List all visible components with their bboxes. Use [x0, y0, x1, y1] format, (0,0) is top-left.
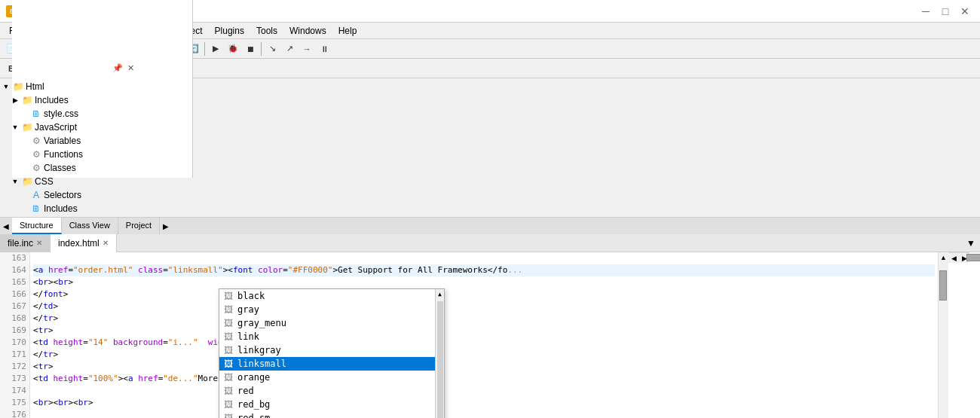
code-line: [33, 252, 935, 264]
autocomplete-inner: 🖼 black 🖼 gray 🖼 gray_menu: [219, 289, 444, 418]
tree-label: style.css: [44, 108, 78, 119]
code-line: </tr>: [33, 313, 935, 325]
code-line: </font>: [33, 288, 935, 301]
ac-item-red-bg[interactable]: 🖼 red_bg: [219, 398, 435, 411]
tree-toggle[interactable]: ▼: [11, 123, 20, 132]
ac-label: linksmall: [237, 358, 286, 370]
code-content[interactable]: <a href="order.html" class="linksmall"><…: [30, 252, 938, 418]
ac-item-orange[interactable]: 🖼 orange: [219, 371, 435, 384]
class-icon: ⚙: [30, 162, 42, 174]
tab-structure[interactable]: Structure: [12, 218, 62, 234]
tb-pause[interactable]: ⏸: [316, 41, 332, 57]
ac-label: link: [237, 331, 259, 343]
tb-run[interactable]: ▶: [207, 41, 224, 57]
line-num: 164: [3, 264, 26, 276]
tab-class-view[interactable]: Class View: [62, 218, 118, 234]
line-num: 168: [3, 313, 26, 325]
ac-label: orange: [237, 371, 270, 383]
tree-toggle[interactable]: ▼: [2, 82, 11, 91]
css-file-icon: 🗎: [30, 108, 42, 120]
editor-inner: 163 164 165 166 167 168 169 170 171 172 …: [0, 252, 948, 418]
editor-tab-indexhtml[interactable]: index.html ✕: [51, 234, 117, 252]
tb-debug[interactable]: 🐞: [225, 41, 241, 57]
editor-tab-fileinc[interactable]: file.inc ✕: [0, 234, 51, 252]
maximize-button[interactable]: □: [936, 4, 954, 19]
menu-windows[interactable]: Windows: [283, 24, 332, 38]
tree-label: Functions: [44, 149, 83, 160]
ac-img-icon: 🖼: [222, 317, 234, 329]
ac-label: red: [237, 385, 254, 397]
ac-scroll-thumb: [437, 301, 443, 418]
panel-pin-button[interactable]: 📌: [112, 63, 124, 75]
tb2-comment[interactable]: Structure: [94, 60, 111, 77]
left-tab-nav-next[interactable]: ▶: [160, 218, 172, 234]
ac-label: red_sm: [237, 412, 270, 418]
menu-help[interactable]: Help: [332, 24, 363, 38]
left-panel-bottom-tabs: ◀ Structure Class View Project ▶: [0, 217, 980, 234]
tree-item-css-includes[interactable]: ▶ 🗎 Includes: [2, 202, 978, 215]
code-line: <tr>: [33, 325, 935, 337]
tb-step-over[interactable]: →: [299, 41, 315, 57]
ac-label: red_bg: [237, 398, 270, 410]
tree-label: Classes: [44, 163, 76, 173]
close-tab-fileinc[interactable]: ✕: [36, 239, 42, 247]
editor-tab-bar: file.inc ✕ index.html ✕ ▼: [0, 234, 980, 252]
ac-item-link[interactable]: 🖼 link: [219, 330, 435, 343]
hscroll-thumb[interactable]: [966, 254, 980, 261]
ac-item-gray[interactable]: 🖼 gray: [219, 303, 435, 316]
ac-label: linkgray: [237, 344, 281, 356]
code-line: <br><br>: [33, 276, 935, 288]
editor-vscroll[interactable]: ▲ ▼: [938, 252, 948, 418]
tree-label: JavaScript: [35, 122, 77, 133]
ac-img-icon: 🖼: [222, 398, 234, 410]
ac-img-icon: 🖼: [222, 371, 234, 383]
ac-item-gray-menu[interactable]: 🖼 gray_menu: [219, 316, 435, 330]
close-button[interactable]: ✕: [956, 4, 974, 19]
panel-close-button[interactable]: ✕: [124, 63, 136, 75]
menu-tools[interactable]: Tools: [250, 24, 283, 38]
close-tab-indexhtml[interactable]: ✕: [103, 239, 109, 247]
ac-item-red-sm[interactable]: 🖼 red_sm: [219, 411, 435, 418]
tree-label: Selectors: [44, 190, 81, 200]
line-num: 174: [3, 385, 26, 397]
hscroll-left[interactable]: ◀: [948, 255, 959, 262]
line-num: 166: [3, 288, 26, 301]
tree-label: Html: [26, 81, 44, 92]
folder-icon: 📁: [21, 94, 33, 106]
css-includes-icon: 🗎: [30, 203, 42, 215]
line-num: 169: [3, 325, 26, 337]
code-line: </tr>: [33, 349, 935, 361]
vscroll-up[interactable]: ▲: [940, 252, 947, 263]
tree-item-selectors[interactable]: ▶ A Selectors: [2, 188, 978, 202]
sep-3: [204, 42, 205, 56]
code-line: [33, 385, 935, 397]
line-num: 173: [3, 373, 26, 385]
editor-hscroll[interactable]: ◀ ▶: [948, 252, 969, 263]
ac-scrollbar[interactable]: ▲ ▼: [435, 289, 444, 418]
tree-label: Includes: [44, 203, 78, 214]
tb-step-in[interactable]: ↘: [264, 41, 280, 57]
ac-item-black[interactable]: 🖼 black: [219, 289, 435, 303]
vscroll-thumb[interactable]: [939, 270, 947, 301]
ac-item-linksmall[interactable]: 🖼 linksmall: [219, 357, 435, 371]
sep-4: [261, 42, 262, 56]
minimize-button[interactable]: ─: [917, 4, 935, 19]
tb-step-out[interactable]: ↗: [281, 41, 298, 57]
js-folder-icon: 📁: [21, 121, 33, 133]
ac-label: gray: [237, 304, 259, 316]
ac-item-red[interactable]: 🖼 red: [219, 384, 435, 398]
editor-tab-nav[interactable]: ▼: [962, 238, 980, 249]
tab-project[interactable]: Project: [118, 218, 160, 234]
vscroll-track[interactable]: [939, 263, 948, 418]
ac-img-icon: 🖼: [222, 304, 234, 316]
code-line: [33, 409, 935, 418]
menu-plugins[interactable]: Plugins: [209, 24, 250, 38]
left-tab-nav-prev[interactable]: ◀: [0, 218, 12, 234]
ac-item-linkgray[interactable]: 🖼 linkgray: [219, 343, 435, 357]
tree-toggle[interactable]: ▼: [11, 177, 20, 186]
ac-scroll-up[interactable]: ▲: [436, 289, 444, 300]
tree-toggle[interactable]: ▶: [11, 96, 20, 105]
tb-stop[interactable]: ⏹: [242, 41, 259, 57]
ac-img-icon: 🖼: [222, 385, 234, 397]
ac-img-icon: 🖼: [222, 344, 234, 356]
